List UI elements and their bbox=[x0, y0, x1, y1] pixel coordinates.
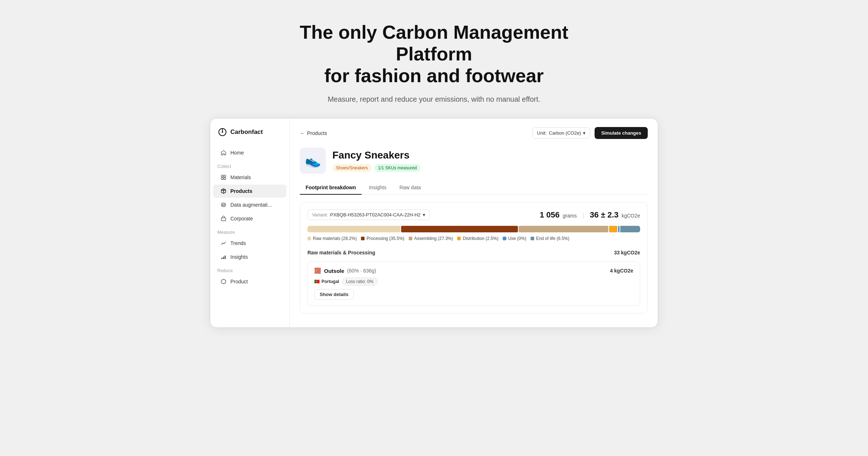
sidebar-item-products[interactable]: Products bbox=[213, 185, 286, 198]
main-content: ← Products Unit: Carbon (CO2e) ▾ Simulat… bbox=[290, 118, 658, 328]
bar-use bbox=[618, 226, 620, 232]
section-row-raw-processing: Raw materials & Processing 33 kgCO2e bbox=[307, 247, 640, 258]
hero-title: The only Carbon Management Platform for … bbox=[278, 22, 590, 86]
sidebar-item-home[interactable]: Home bbox=[213, 146, 286, 159]
legend-raw-materials: Raw materials (28.2%) bbox=[307, 236, 357, 241]
svg-point-2 bbox=[222, 131, 223, 133]
home-label: Home bbox=[230, 150, 244, 156]
sidebar: Carbonfact Home Collect Materials bbox=[210, 118, 290, 328]
weight-co2-display: 1 056 grams | 36 ± 2.3 kgCO2e bbox=[540, 210, 640, 220]
outsole-value: 4 kgCO2e bbox=[610, 268, 633, 274]
footprint-card: Variant: PXBQB-H53263-PT02AC004-CAA-22H-… bbox=[300, 202, 648, 313]
bar-assembling bbox=[519, 226, 608, 232]
svg-rect-6 bbox=[224, 178, 226, 180]
back-label: Products bbox=[307, 130, 327, 136]
variant-chevron-icon: ▾ bbox=[423, 212, 425, 218]
bar-end-of-life bbox=[620, 226, 640, 232]
back-arrow-icon: ← bbox=[300, 130, 305, 136]
product-emoji: 👟 bbox=[305, 153, 321, 168]
legend-use: Use (0%) bbox=[503, 236, 526, 241]
sidebar-item-materials[interactable]: Materials bbox=[213, 171, 286, 184]
weight-unit: grams bbox=[563, 213, 577, 219]
legend-dot-use bbox=[503, 237, 506, 240]
legend-dot-assembling bbox=[409, 237, 412, 240]
section-label-measure: Measure bbox=[210, 225, 289, 236]
country-name: Portugal bbox=[322, 279, 339, 284]
country-flag: 🇵🇹 bbox=[314, 279, 320, 284]
sidebar-item-product[interactable]: Product bbox=[213, 275, 286, 288]
bar-raw-materials bbox=[307, 226, 400, 232]
hero-title-line2: for fashion and footwear bbox=[324, 65, 544, 86]
product-info: Fancy Sneakers Shoes/Sneakers 1/1 SKUs m… bbox=[332, 149, 420, 172]
carbonfact-logo-icon bbox=[217, 127, 227, 137]
trends-icon bbox=[220, 240, 227, 246]
bar-distribution bbox=[609, 226, 617, 232]
product-name: Fancy Sneakers bbox=[332, 149, 420, 161]
tab-footprint[interactable]: Footprint breakdown bbox=[300, 181, 362, 195]
product-image: 👟 bbox=[300, 148, 326, 174]
show-details-button[interactable]: Show details bbox=[314, 289, 354, 300]
legend-dot-eol bbox=[531, 237, 534, 240]
products-icon bbox=[220, 188, 227, 194]
trends-label: Trends bbox=[230, 240, 246, 246]
tab-insights[interactable]: Insights bbox=[363, 181, 392, 195]
unit-selector[interactable]: Unit: Carbon (CO2e) ▾ bbox=[532, 127, 591, 139]
stacked-bar bbox=[307, 226, 640, 232]
legend-dot-raw-materials bbox=[307, 237, 311, 240]
legend-label-use: Use (0%) bbox=[508, 236, 526, 241]
outsole-card-header: 🧱 Outsole (60% · 636g) 4 kgCO2e bbox=[314, 267, 633, 274]
co2-display: 36 ± 2.3 kgCO2e bbox=[590, 210, 640, 220]
legend-dot-distribution bbox=[457, 237, 461, 240]
outsole-icon: 🧱 bbox=[314, 267, 321, 274]
data-augmentation-icon bbox=[220, 202, 227, 208]
legend-label-processing: Processing (35.5%) bbox=[366, 236, 404, 241]
corporate-label: Corporate bbox=[230, 216, 253, 221]
hero-section: The only Carbon Management Platform for … bbox=[271, 14, 597, 118]
card-topbar: Variant: PXBQB-H53263-PT02AC004-CAA-22H-… bbox=[307, 210, 640, 220]
weight-display: 1 056 grams bbox=[540, 210, 576, 220]
svg-rect-10 bbox=[223, 257, 224, 259]
sidebar-item-trends[interactable]: Trends bbox=[213, 237, 286, 250]
back-to-products[interactable]: ← Products bbox=[300, 130, 327, 136]
svg-rect-8 bbox=[221, 218, 226, 221]
co2-unit: kgCO2e bbox=[622, 213, 640, 219]
variant-value: PXBQB-H53263-PT02AC004-CAA-22H-H2 bbox=[330, 212, 421, 218]
topbar-right: Unit: Carbon (CO2e) ▾ Simulate changes bbox=[532, 127, 648, 139]
materials-icon bbox=[220, 174, 227, 181]
separator: | bbox=[583, 212, 584, 219]
home-icon bbox=[220, 149, 227, 156]
legend-label-assembling: Assembling (27.3%) bbox=[414, 236, 453, 241]
legend-processing: Processing (35.5%) bbox=[361, 236, 404, 241]
weight-value: 1 056 bbox=[540, 210, 559, 219]
corporate-icon bbox=[220, 215, 227, 222]
sidebar-item-corporate[interactable]: Corporate bbox=[213, 212, 286, 225]
insights-icon bbox=[220, 254, 227, 260]
unit-value: Carbon (CO2e) bbox=[549, 130, 581, 136]
sidebar-logo: Carbonfact bbox=[210, 127, 289, 146]
svg-rect-5 bbox=[221, 178, 223, 180]
svg-rect-9 bbox=[221, 258, 222, 259]
svg-rect-4 bbox=[224, 175, 226, 177]
products-label: Products bbox=[230, 188, 252, 194]
outsole-name: Outsole bbox=[324, 268, 344, 274]
legend-end-of-life: End of life (6.5%) bbox=[531, 236, 569, 241]
svg-rect-3 bbox=[221, 175, 223, 177]
topbar: ← Products Unit: Carbon (CO2e) ▾ Simulat… bbox=[300, 127, 648, 139]
hero-title-line1: The only Carbon Management Platform bbox=[300, 22, 569, 64]
sku-tag: 1/1 SKUs measured bbox=[374, 164, 420, 172]
section-label-collect: Collect bbox=[210, 160, 289, 170]
sidebar-item-data-augmentation[interactable]: Data augmentati... bbox=[213, 198, 286, 211]
outsole-card: 🧱 Outsole (60% · 636g) 4 kgCO2e 🇵🇹 Portu… bbox=[307, 261, 640, 306]
outsole-tags: 🇵🇹 Portugal Loss ratio: 0% bbox=[314, 278, 633, 286]
category-tag: Shoes/Sneakers bbox=[332, 164, 371, 172]
loss-ratio-tag: Loss ratio: 0% bbox=[342, 278, 378, 286]
legend-label-distribution: Distribution (2.5%) bbox=[463, 236, 498, 241]
variant-selector[interactable]: Variant: PXBQB-H53263-PT02AC004-CAA-22H-… bbox=[307, 210, 430, 220]
tab-raw-data[interactable]: Raw data bbox=[393, 181, 426, 195]
simulate-changes-button[interactable]: Simulate changes bbox=[595, 127, 648, 139]
svg-rect-11 bbox=[225, 256, 226, 259]
country-tag: 🇵🇹 Portugal bbox=[314, 279, 339, 284]
app-container: Carbonfact Home Collect Materials bbox=[210, 118, 658, 328]
sidebar-item-insights[interactable]: Insights bbox=[213, 250, 286, 263]
outsole-subtitle: (60% · 636g) bbox=[347, 268, 376, 274]
